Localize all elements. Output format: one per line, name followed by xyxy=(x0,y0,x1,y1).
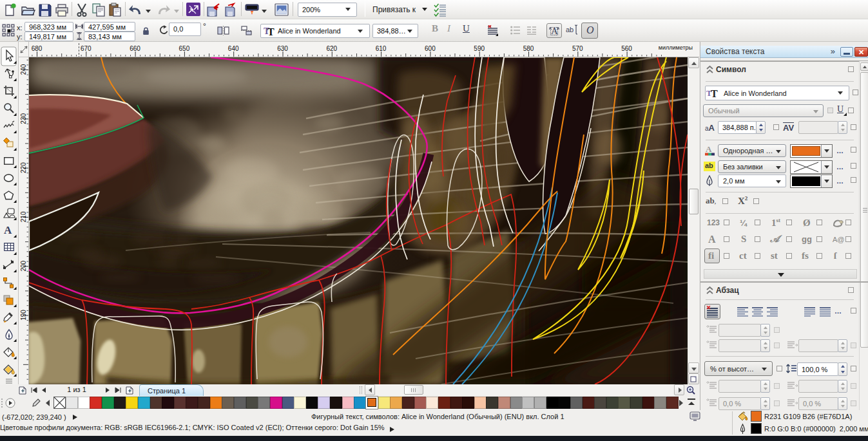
svg-text:560: 560 xyxy=(621,45,632,52)
svg-text:660: 660 xyxy=(130,45,140,52)
svg-text:600: 600 xyxy=(425,45,436,52)
svg-text:590: 590 xyxy=(474,45,485,52)
svg-text:210: 210 xyxy=(20,211,27,222)
svg-text:670: 670 xyxy=(81,45,92,52)
svg-text:A: A xyxy=(706,144,712,154)
svg-text:630: 630 xyxy=(277,45,288,52)
svg-text:610: 610 xyxy=(376,45,387,52)
svg-text:640: 640 xyxy=(228,45,239,52)
svg-text:650: 650 xyxy=(179,45,190,52)
svg-text:миллиметры: миллиметры xyxy=(659,44,693,51)
svg-text:190: 190 xyxy=(20,310,27,321)
svg-text:230: 230 xyxy=(20,113,27,124)
svg-text:570: 570 xyxy=(572,45,583,52)
svg-text:200: 200 xyxy=(20,260,27,271)
svg-text:680: 680 xyxy=(32,45,43,52)
svg-text:220: 220 xyxy=(20,162,27,173)
svg-text:T: T xyxy=(267,26,275,36)
svg-text:620: 620 xyxy=(326,45,337,52)
svg-text:580: 580 xyxy=(523,45,534,52)
svg-text:T: T xyxy=(711,88,718,99)
svg-text:A: A xyxy=(4,224,12,236)
svg-text:240: 240 xyxy=(20,64,27,75)
